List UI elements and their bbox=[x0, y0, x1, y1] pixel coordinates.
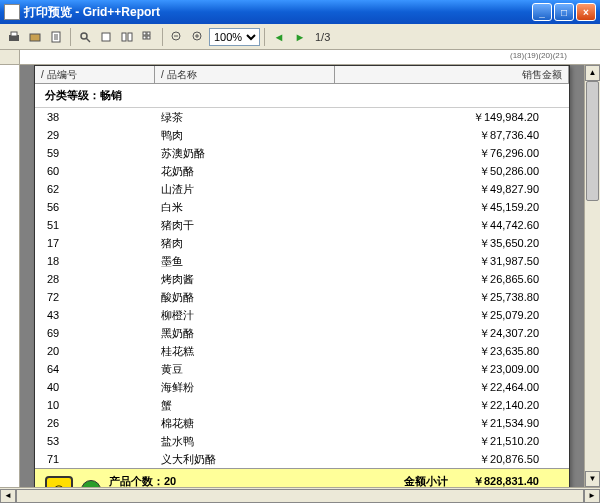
table-row: 62山渣片￥49,827.90 bbox=[35, 180, 569, 198]
cell-name: 花奶酪 bbox=[155, 163, 335, 179]
cell-name: 海鲜粉 bbox=[155, 379, 335, 395]
app-icon bbox=[4, 4, 20, 20]
table-row: 72酸奶酪￥25,738.80 bbox=[35, 288, 569, 306]
window-title: 打印预览 - Grid++Report bbox=[24, 4, 532, 21]
svg-rect-6 bbox=[102, 33, 110, 41]
window-controls: _ □ × bbox=[532, 3, 596, 21]
cell-id: 20 bbox=[35, 343, 155, 359]
zoom-in-icon[interactable] bbox=[188, 27, 208, 47]
open-icon[interactable] bbox=[25, 27, 45, 47]
maximize-button[interactable]: □ bbox=[554, 3, 574, 21]
cell-amount: ￥49,827.90 bbox=[335, 181, 569, 197]
view1-icon[interactable] bbox=[96, 27, 116, 47]
cell-amount: ￥76,296.00 bbox=[335, 145, 569, 161]
cell-id: 59 bbox=[35, 145, 155, 161]
header-col1: / 品编号 bbox=[35, 66, 155, 83]
scroll-thumb[interactable] bbox=[586, 81, 599, 201]
cell-name: 白米 bbox=[155, 199, 335, 215]
svg-line-5 bbox=[86, 38, 90, 42]
cell-amount: ￥23,635.80 bbox=[335, 343, 569, 359]
cell-id: 62 bbox=[35, 181, 155, 197]
cell-id: 10 bbox=[35, 397, 155, 413]
scroll-down-icon[interactable]: ▼ bbox=[585, 471, 600, 487]
horizontal-scrollbar[interactable]: ◄ ► bbox=[0, 487, 600, 503]
preview-area[interactable]: / 品编号 / 品名称 销售金额 分类等级：畅销 38绿茶￥149,984.20… bbox=[20, 65, 584, 487]
ruler-horizontal: (18)(19)(20)(21) bbox=[0, 50, 600, 65]
report-page: / 品编号 / 品名称 销售金额 分类等级：畅销 38绿茶￥149,984.20… bbox=[34, 65, 570, 487]
print-icon[interactable] bbox=[4, 27, 24, 47]
table-row: 26棉花糖￥21,534.90 bbox=[35, 414, 569, 432]
svg-rect-12 bbox=[147, 36, 150, 39]
scroll-left-icon[interactable]: ◄ bbox=[0, 489, 16, 503]
cell-amount: ￥23,009.00 bbox=[335, 361, 569, 377]
cell-amount: ￥50,286.00 bbox=[335, 163, 569, 179]
cell-id: 18 bbox=[35, 253, 155, 269]
cell-name: 蟹 bbox=[155, 397, 335, 413]
table-row: 43柳橙汁￥25,079.20 bbox=[35, 306, 569, 324]
cell-id: 38 bbox=[35, 109, 155, 125]
cell-id: 64 bbox=[35, 361, 155, 377]
cell-amount: ￥21,534.90 bbox=[335, 415, 569, 431]
cell-name: 鸭肉 bbox=[155, 127, 335, 143]
export-icon[interactable] bbox=[46, 27, 66, 47]
vertical-scrollbar[interactable]: ▲ ▼ bbox=[584, 65, 600, 487]
table-row: 59苏澳奶酪￥76,296.00 bbox=[35, 144, 569, 162]
next-page-icon[interactable]: ► bbox=[290, 27, 310, 47]
ruler-vertical bbox=[0, 65, 20, 487]
cell-id: 60 bbox=[35, 163, 155, 179]
table-row: 53盐水鸭￥21,510.20 bbox=[35, 432, 569, 450]
cell-id: 26 bbox=[35, 415, 155, 431]
view3-icon[interactable] bbox=[138, 27, 158, 47]
svg-rect-11 bbox=[143, 36, 146, 39]
cell-id: 71 bbox=[35, 451, 155, 467]
group-header-1: 分类等级：畅销 bbox=[35, 84, 569, 108]
cell-id: 17 bbox=[35, 235, 155, 251]
cell-id: 43 bbox=[35, 307, 155, 323]
zoom-select[interactable]: 100% bbox=[209, 28, 260, 46]
scroll-right-icon[interactable]: ► bbox=[584, 489, 600, 503]
cell-amount: ￥24,307.20 bbox=[335, 325, 569, 341]
cell-id: 72 bbox=[35, 289, 155, 305]
cell-amount: ￥35,650.20 bbox=[335, 235, 569, 251]
cell-amount: ￥44,742.60 bbox=[335, 217, 569, 233]
cell-name: 山渣片 bbox=[155, 181, 335, 197]
table-row: 56白米￥45,159.20 bbox=[35, 198, 569, 216]
svg-rect-1 bbox=[11, 32, 17, 36]
close-button[interactable]: × bbox=[576, 3, 596, 21]
zoom-out-icon[interactable] bbox=[167, 27, 187, 47]
cell-name: 义大利奶酪 bbox=[155, 451, 335, 467]
cell-amount: ￥149,984.20 bbox=[335, 109, 569, 125]
cell-name: 猪肉干 bbox=[155, 217, 335, 233]
cell-name: 黄豆 bbox=[155, 361, 335, 377]
table-row: 60花奶酪￥50,286.00 bbox=[35, 162, 569, 180]
minimize-button[interactable]: _ bbox=[532, 3, 552, 21]
smiley-icon: ☺ bbox=[45, 476, 73, 487]
cell-amount: ￥22,464.00 bbox=[335, 379, 569, 395]
table-row: 17猪肉￥35,650.20 bbox=[35, 234, 569, 252]
scroll-up-icon[interactable]: ▲ bbox=[585, 65, 600, 81]
cell-id: 51 bbox=[35, 217, 155, 233]
cell-id: 69 bbox=[35, 325, 155, 341]
table-row: 69黑奶酪￥24,307.20 bbox=[35, 324, 569, 342]
cell-amount: ￥45,159.20 bbox=[335, 199, 569, 215]
sum-label: 金额小计 bbox=[404, 475, 448, 487]
cell-name: 猪肉 bbox=[155, 235, 335, 251]
toolbar: 100% ◄ ► 1/3 bbox=[0, 24, 600, 50]
cell-amount: ￥21,510.20 bbox=[335, 433, 569, 449]
table-row: 18墨鱼￥31,987.50 bbox=[35, 252, 569, 270]
table-row: 38绿茶￥149,984.20 bbox=[35, 108, 569, 126]
data-rows: 38绿茶￥149,984.2029鸭肉￥87,736.4059苏澳奶酪￥76,2… bbox=[35, 108, 569, 468]
table-row: 71义大利奶酪￥20,876.50 bbox=[35, 450, 569, 468]
view2-icon[interactable] bbox=[117, 27, 137, 47]
cell-amount: ￥20,876.50 bbox=[335, 451, 569, 467]
svg-rect-2 bbox=[30, 34, 40, 41]
find-icon[interactable] bbox=[75, 27, 95, 47]
cell-name: 桂花糕 bbox=[155, 343, 335, 359]
cell-id: 29 bbox=[35, 127, 155, 143]
green-dot-icon bbox=[81, 480, 101, 487]
svg-rect-9 bbox=[143, 32, 146, 35]
cell-name: 烤肉酱 bbox=[155, 271, 335, 287]
prev-page-icon[interactable]: ◄ bbox=[269, 27, 289, 47]
table-row: 10蟹￥22,140.20 bbox=[35, 396, 569, 414]
cell-id: 53 bbox=[35, 433, 155, 449]
